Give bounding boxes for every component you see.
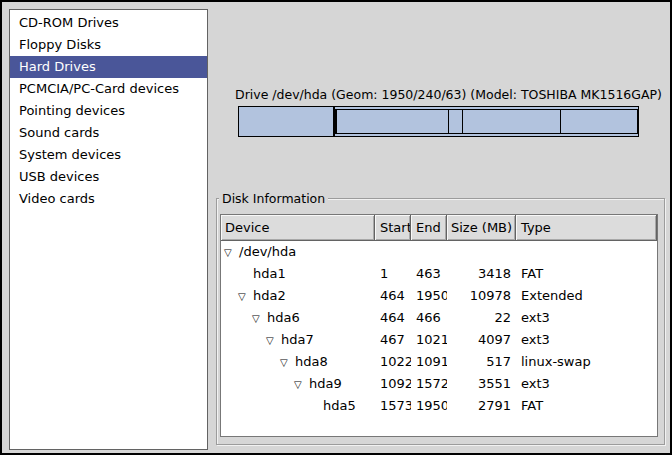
table-row-hda5[interactable]: hda5157319502791FAT xyxy=(221,395,657,417)
device-name: /dev/hda xyxy=(239,244,296,259)
disk-information-table: DeviceStartEndSize (MB)Type ▽/dev/hdahda… xyxy=(220,214,658,437)
end-cylinder xyxy=(411,241,447,263)
disk-information-label: Disk Information xyxy=(219,191,328,206)
expander-icon[interactable]: ▽ xyxy=(224,247,232,258)
column-header-end[interactable]: End xyxy=(411,215,447,241)
table-body: ▽/dev/hdahda114633418FAT▽hda246419501097… xyxy=(221,241,657,417)
size-mb: 3551 xyxy=(447,373,516,395)
device-name: hda9 xyxy=(309,376,342,391)
hardware-browser-window: CD-ROM DrivesFloppy DisksHard DrivesPCMC… xyxy=(0,0,672,455)
bar-segment-hda9 xyxy=(463,110,560,133)
sidebar-item-cd-rom-drives[interactable]: CD-ROM Drives xyxy=(10,12,207,34)
device-name: hda6 xyxy=(267,310,300,325)
partition-type: ext3 xyxy=(516,307,657,329)
start-cylinder: 1092 xyxy=(375,373,411,395)
table-header-row: DeviceStartEndSize (MB)Type xyxy=(221,215,657,241)
sidebar-item-video-cards[interactable]: Video cards xyxy=(10,188,207,210)
sidebar-item-usb-devices[interactable]: USB devices xyxy=(10,166,207,188)
start-cylinder: 467 xyxy=(375,329,411,351)
expander-icon[interactable]: ▽ xyxy=(252,313,260,324)
end-cylinder: 463 xyxy=(411,263,447,285)
size-mb: 3418 xyxy=(447,263,516,285)
partition-bar xyxy=(238,106,639,137)
column-header-size-mb-[interactable]: Size (MB) xyxy=(447,215,516,241)
device-name: hda1 xyxy=(253,266,286,281)
start-cylinder: 1022 xyxy=(375,351,411,373)
expander-icon[interactable]: ▽ xyxy=(238,291,246,302)
bar-segment-hda5 xyxy=(561,110,637,133)
start-cylinder: 1 xyxy=(375,263,411,285)
sidebar-item-system-devices[interactable]: System devices xyxy=(10,144,207,166)
partition-type: FAT xyxy=(516,263,657,285)
partition-type: linux-swap xyxy=(516,351,657,373)
device-category-list: CD-ROM DrivesFloppy DisksHard DrivesPCMC… xyxy=(9,9,208,450)
partition-type: Extended xyxy=(516,285,657,307)
partition-type: ext3 xyxy=(516,329,657,351)
size-mb: 2791 xyxy=(447,395,516,417)
partition-type: ext3 xyxy=(516,373,657,395)
sidebar-item-floppy-disks[interactable]: Floppy Disks xyxy=(10,34,207,56)
table-row-hda9[interactable]: ▽hda9109215723551ext3 xyxy=(221,373,657,395)
sidebar-item-pointing-devices[interactable]: Pointing devices xyxy=(10,100,207,122)
expander-icon[interactable]: ▽ xyxy=(280,357,288,368)
size-mb xyxy=(447,241,516,263)
drive-title: Drive /dev/hda (Geom: 1950/240/63) (Mode… xyxy=(235,87,662,102)
bar-segment-hda2-extended xyxy=(334,107,638,136)
device-name: hda8 xyxy=(295,354,328,369)
sidebar-item-hard-drives[interactable]: Hard Drives xyxy=(10,56,207,78)
bar-segment-hda7 xyxy=(337,110,449,133)
device-name: hda7 xyxy=(281,332,314,347)
table-row--dev-hda[interactable]: ▽/dev/hda xyxy=(221,241,657,263)
size-mb: 22 xyxy=(447,307,516,329)
sidebar-item-sound-cards[interactable]: Sound cards xyxy=(10,122,207,144)
device-name: hda5 xyxy=(323,398,356,413)
size-mb: 10978 xyxy=(447,285,516,307)
table-row-hda6[interactable]: ▽hda646446622ext3 xyxy=(221,307,657,329)
expander-icon[interactable]: ▽ xyxy=(266,335,274,346)
column-header-start[interactable]: Start xyxy=(375,215,411,241)
bar-segment-hda1 xyxy=(239,107,334,136)
sidebar-item-pcmcia-pc-card-devices[interactable]: PCMCIA/PC-Card devices xyxy=(10,78,207,100)
table-row-hda8[interactable]: ▽hda810221091517linux-swap xyxy=(221,351,657,373)
end-cylinder: 1572 xyxy=(411,373,447,395)
size-mb: 517 xyxy=(447,351,516,373)
size-mb: 4097 xyxy=(447,329,516,351)
start-cylinder xyxy=(375,241,411,263)
column-header-type[interactable]: Type xyxy=(516,215,657,241)
end-cylinder: 466 xyxy=(411,307,447,329)
end-cylinder: 1950 xyxy=(411,395,447,417)
logical-partition-strip xyxy=(335,109,638,134)
partition-type: FAT xyxy=(516,395,657,417)
bar-segment-hda8 xyxy=(449,110,463,133)
start-cylinder: 464 xyxy=(375,285,411,307)
table-row-hda1[interactable]: hda114633418FAT xyxy=(221,263,657,285)
table-row-hda7[interactable]: ▽hda746710214097ext3 xyxy=(221,329,657,351)
start-cylinder: 464 xyxy=(375,307,411,329)
expander-icon[interactable]: ▽ xyxy=(294,379,302,390)
end-cylinder: 1091 xyxy=(411,351,447,373)
column-header-device[interactable]: Device xyxy=(221,215,375,241)
start-cylinder: 1573 xyxy=(375,395,411,417)
device-name: hda2 xyxy=(253,288,286,303)
table-row-hda2[interactable]: ▽hda2464195010978Extended xyxy=(221,285,657,307)
partition-type xyxy=(516,241,657,263)
end-cylinder: 1021 xyxy=(411,329,447,351)
end-cylinder: 1950 xyxy=(411,285,447,307)
